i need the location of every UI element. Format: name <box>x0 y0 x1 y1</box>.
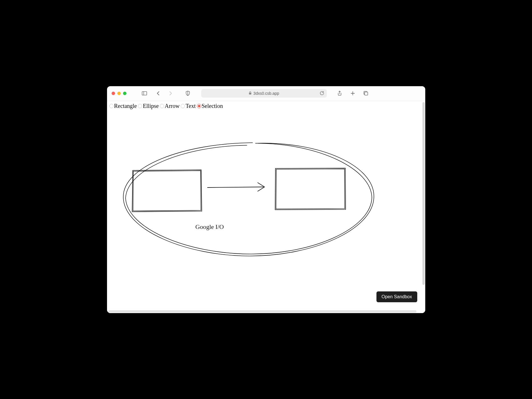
tool-rectangle[interactable]: Rectangle <box>109 103 137 109</box>
svg-rect-0 <box>142 92 146 95</box>
radio-ellipse[interactable] <box>138 104 142 108</box>
share-icon[interactable] <box>336 90 343 97</box>
window-minimize-button[interactable] <box>117 92 121 95</box>
drawing-canvas[interactable]: Google I/O <box>107 112 425 313</box>
open-sandbox-button[interactable]: Open Sandbox <box>376 291 417 302</box>
back-button[interactable] <box>154 90 162 97</box>
window-maximize-button[interactable] <box>123 92 126 95</box>
svg-line-7 <box>207 187 263 188</box>
shape-rectangle-right[interactable] <box>275 168 346 210</box>
tool-toolbar: Rectangle Ellipse Arrow Text Selection <box>107 101 425 111</box>
traffic-lights <box>112 92 126 95</box>
radio-text[interactable] <box>181 104 185 108</box>
radio-selection[interactable] <box>197 104 201 108</box>
tool-label: Ellipse <box>143 103 159 109</box>
tool-arrow[interactable]: Arrow <box>160 103 180 109</box>
tool-label: Selection <box>202 103 223 109</box>
browser-window: 3dxs0.csb.app <box>107 86 425 313</box>
radio-rectangle[interactable] <box>109 104 114 108</box>
vertical-scrollbar[interactable] <box>422 102 425 285</box>
window-close-button[interactable] <box>112 92 115 95</box>
sidebar-toggle-icon[interactable] <box>141 90 148 97</box>
reload-icon[interactable] <box>320 91 324 96</box>
shape-rectangle-left[interactable] <box>132 170 202 212</box>
tool-label: Text <box>186 103 196 109</box>
svg-rect-6 <box>364 92 368 95</box>
forward-button[interactable] <box>167 90 174 97</box>
open-sandbox-label: Open Sandbox <box>382 294 412 299</box>
tool-selection[interactable]: Selection <box>197 103 223 109</box>
shape-arrow[interactable] <box>207 183 265 191</box>
tool-ellipse[interactable]: Ellipse <box>138 103 159 109</box>
browser-titlebar: 3dxs0.csb.app <box>107 86 425 101</box>
page-content: Rectangle Ellipse Arrow Text Selection <box>107 101 425 313</box>
address-bar[interactable]: 3dxs0.csb.app <box>201 89 327 98</box>
canvas-text-label[interactable]: Google I/O <box>196 223 224 231</box>
nav-arrows <box>154 90 174 97</box>
svg-rect-3 <box>249 93 251 94</box>
tool-label: Arrow <box>165 103 180 109</box>
tabs-overview-icon[interactable] <box>362 90 370 97</box>
horizontal-scrollbar[interactable] <box>108 310 416 313</box>
shield-icon[interactable] <box>184 90 192 97</box>
address-bar-text: 3dxs0.csb.app <box>253 91 279 96</box>
radio-arrow[interactable] <box>160 104 164 108</box>
tool-text[interactable]: Text <box>181 103 196 109</box>
lock-icon <box>249 91 252 96</box>
canvas-svg <box>107 112 392 272</box>
new-tab-icon[interactable] <box>349 90 356 97</box>
titlebar-right-icons <box>336 90 370 97</box>
tool-label: Rectangle <box>114 103 137 109</box>
shape-ellipse[interactable] <box>123 143 374 256</box>
